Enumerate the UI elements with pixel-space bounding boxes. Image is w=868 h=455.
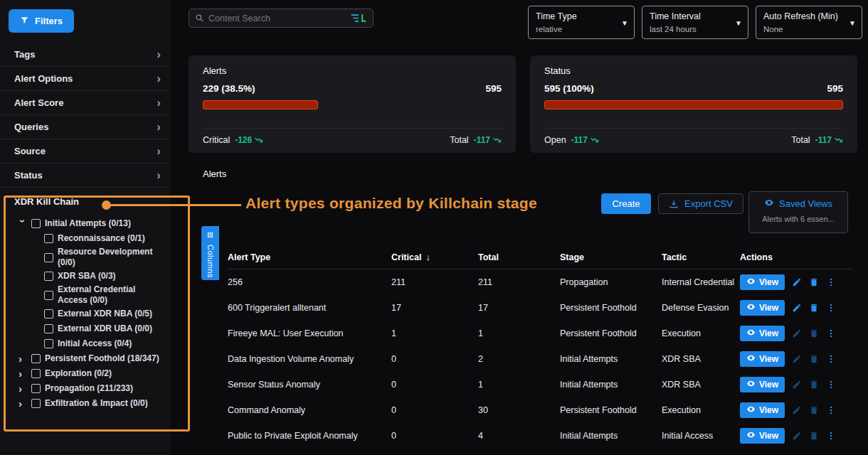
- delete-icon[interactable]: [809, 380, 819, 390]
- search-input[interactable]: [208, 14, 346, 23]
- create-button[interactable]: Create: [601, 193, 651, 214]
- killchain-item-external-xdr-uba-0-0[interactable]: External XDR UBA (0/0): [18, 321, 166, 336]
- view-button[interactable]: View: [740, 428, 785, 444]
- cell-tactic: XDR SBA: [662, 380, 740, 390]
- killchain-item-xdr-sba-0-3[interactable]: XDR SBA (0/3): [18, 269, 166, 284]
- view-button[interactable]: View: [740, 274, 785, 290]
- cell-total: 1: [478, 328, 560, 338]
- chevron-down-icon[interactable]: ›: [18, 220, 28, 228]
- killchain-item-reconnaissance-0-1[interactable]: Reconnaissance (0/1): [18, 231, 166, 246]
- column-header-actions[interactable]: Actions: [740, 252, 852, 262]
- dropdown-time-interval[interactable]: Time Intervallast 24 hours▼: [642, 6, 748, 39]
- view-button[interactable]: View: [740, 402, 785, 418]
- delete-icon[interactable]: [809, 328, 819, 338]
- view-button[interactable]: View: [740, 377, 785, 392]
- delete-icon[interactable]: [809, 405, 819, 415]
- column-header-stage[interactable]: Stage: [560, 252, 662, 262]
- view-button-label: View: [759, 303, 778, 313]
- checkbox[interactable]: [44, 309, 53, 318]
- chevron-right-icon[interactable]: ›: [18, 353, 27, 364]
- kebab-menu-icon[interactable]: [826, 354, 836, 364]
- edit-icon[interactable]: [792, 431, 802, 441]
- kebab-menu-icon[interactable]: [826, 277, 836, 287]
- sidebar-item-alert-score[interactable]: Alert Score›: [0, 91, 171, 115]
- edit-icon[interactable]: [792, 277, 802, 287]
- checkbox[interactable]: [44, 339, 53, 348]
- advanced-query-icon[interactable]: [350, 14, 367, 23]
- chevron-right-icon[interactable]: ›: [18, 398, 27, 409]
- kebab-menu-icon[interactable]: [826, 405, 836, 415]
- view-button[interactable]: View: [740, 300, 785, 316]
- checkbox[interactable]: [31, 399, 41, 408]
- summary-cards: Alerts229 (38.5%)595Critical-126Total-11…: [189, 55, 857, 153]
- card-footer-label: Critical: [203, 135, 230, 145]
- delete-icon[interactable]: [809, 354, 819, 364]
- view-button[interactable]: View: [740, 326, 785, 341]
- sidebar-item-source[interactable]: Source›: [0, 139, 171, 164]
- edit-icon[interactable]: [792, 380, 802, 390]
- checkbox[interactable]: [31, 384, 41, 393]
- checkbox[interactable]: [44, 324, 53, 333]
- checkbox[interactable]: [31, 354, 41, 363]
- filter-dropdowns: Time Typerelative▼Time Intervallast 24 h…: [528, 6, 862, 39]
- sidebar-item-queries[interactable]: Queries›: [0, 115, 171, 139]
- edit-icon[interactable]: [792, 328, 802, 338]
- killchain-item-resource-development-0-0[interactable]: Resource Development (0/0): [18, 246, 166, 269]
- kebab-menu-icon[interactable]: [826, 380, 836, 390]
- column-header-tactic[interactable]: Tactic: [662, 252, 740, 262]
- kebab-menu-icon[interactable]: [826, 431, 836, 441]
- content-search[interactable]: [189, 9, 374, 28]
- killchain-item-initial-access-0-4[interactable]: Initial Access (0/4): [18, 336, 166, 351]
- sidebar-item-tags[interactable]: Tags›: [0, 43, 171, 67]
- progress-bar: [203, 100, 502, 109]
- summary-card-status: Status595 (100%)595Open-117Total-117: [530, 55, 857, 153]
- delete-icon[interactable]: [809, 303, 819, 313]
- delete-icon[interactable]: [809, 277, 819, 287]
- app-root: Filters Tags›Alert Options›Alert Score›Q…: [0, 0, 868, 455]
- checkbox[interactable]: [31, 219, 41, 228]
- edit-icon[interactable]: [792, 303, 802, 313]
- cell-critical: 211: [391, 277, 478, 287]
- dropdown-auto-refresh-min[interactable]: Auto Refresh (Min)None▼: [756, 6, 862, 39]
- cell-critical: 1: [391, 328, 478, 338]
- checkbox[interactable]: [31, 369, 41, 378]
- delete-icon[interactable]: [809, 431, 819, 441]
- saved-views-subtitle: Alerts with 6 essen...: [749, 215, 847, 223]
- killchain-item-propagation-211-233[interactable]: ›Propagation (211/233): [18, 381, 166, 396]
- filters-button-label: Filters: [35, 16, 63, 26]
- edit-icon[interactable]: [792, 354, 802, 364]
- card-values: 595 (100%)595: [544, 83, 843, 94]
- sidebar-item-label: Queries: [14, 122, 48, 132]
- export-csv-button[interactable]: Export CSV: [658, 193, 743, 214]
- eye-icon: [746, 302, 756, 314]
- dropdown-time-type[interactable]: Time Typerelative▼: [528, 6, 635, 39]
- view-button[interactable]: View: [740, 351, 785, 367]
- columns-button[interactable]: Columns: [201, 226, 219, 280]
- sidebar-item-status[interactable]: Status›: [0, 164, 171, 188]
- chevron-right-icon[interactable]: ›: [18, 368, 27, 379]
- killchain-item-exfiltration-impact-0-0[interactable]: ›Exfiltration & Impact (0/0): [18, 396, 166, 411]
- column-header-total[interactable]: Total: [478, 252, 560, 262]
- saved-views-button[interactable]: Saved Views Alerts with 6 essen...: [748, 191, 848, 233]
- checkbox[interactable]: [44, 272, 53, 281]
- column-header-alert-type[interactable]: Alert Type: [228, 252, 391, 262]
- column-header-critical[interactable]: Critical↓: [391, 252, 478, 262]
- export-csv-label: Export CSV: [684, 198, 733, 209]
- killchain-item-initial-attempts-0-13[interactable]: ›Initial Attempts (0/13): [18, 216, 166, 231]
- sort-desc-icon[interactable]: ↓: [425, 252, 430, 262]
- filters-button[interactable]: Filters: [9, 9, 74, 33]
- checkbox[interactable]: [44, 253, 53, 262]
- checkbox[interactable]: [44, 291, 53, 300]
- sidebar-item-alert-options[interactable]: Alert Options›: [0, 67, 171, 91]
- checkbox[interactable]: [44, 234, 53, 243]
- kebab-menu-icon[interactable]: [826, 328, 836, 338]
- table-row: Command Anomaly030Persistent FootholdExe…: [228, 397, 852, 423]
- chevron-right-icon[interactable]: ›: [18, 383, 27, 394]
- killchain-item-external-xdr-nba-0-5[interactable]: External XDR NBA (0/5): [18, 306, 166, 321]
- killchain-item-external-credential-access-0-0[interactable]: External Credential Access (0/0): [18, 284, 166, 306]
- killchain-header[interactable]: XDR Kill Chain: [0, 188, 171, 215]
- kebab-menu-icon[interactable]: [826, 303, 836, 313]
- killchain-item-exploration-0-2[interactable]: ›Exploration (0/2): [18, 366, 166, 381]
- edit-icon[interactable]: [792, 405, 802, 415]
- killchain-item-persistent-foothold-18-347[interactable]: ›Persistent Foothold (18/347): [18, 351, 166, 366]
